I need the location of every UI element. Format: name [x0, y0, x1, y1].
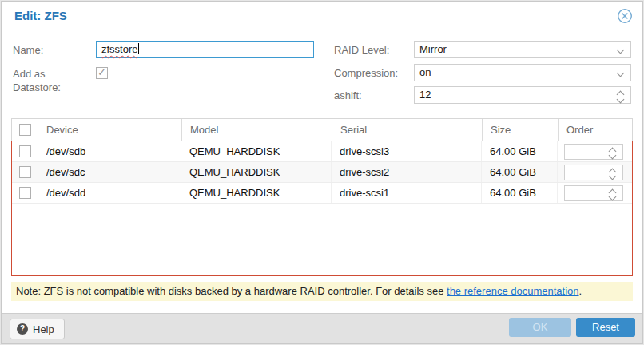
dialog-titlebar: Edit: ZFS: [2, 2, 642, 30]
name-input-value: zfsstore: [101, 43, 138, 55]
column-header-serial[interactable]: Serial: [332, 119, 483, 141]
serial-cell: drive-scsi3: [332, 141, 482, 161]
ashift-spinner[interactable]: 12: [414, 86, 631, 104]
header-checkbox-cell: [12, 119, 38, 141]
name-label: Name:: [13, 44, 43, 56]
column-header-device[interactable]: Device: [38, 119, 182, 141]
help-button-label: Help: [33, 323, 54, 335]
device-cell: /dev/sdb: [38, 141, 181, 161]
order-spinner[interactable]: [564, 165, 623, 180]
add-as-datastore-label: Add as Datastore:: [13, 67, 89, 94]
edit-zfs-dialog: Edit: ZFS Name: zfsstore Add as Datastor…: [0, 0, 644, 345]
help-icon: ?: [17, 323, 28, 335]
size-cell: 64.00 GiB: [482, 183, 558, 203]
dialog-title: Edit: ZFS: [14, 2, 67, 30]
spinner-down-icon[interactable]: [609, 172, 617, 180]
dialog-footer: ? Help OK Reset: [2, 313, 642, 343]
compression-value: on: [419, 66, 431, 78]
zfs-note: Note: ZFS is not compatible with disks b…: [11, 282, 633, 301]
row-checkbox-cell: [12, 162, 38, 182]
device-table: Device Model Serial Size Order /dev/sdb …: [11, 118, 633, 276]
chevron-down-icon[interactable]: [617, 69, 625, 77]
column-header-size[interactable]: Size: [483, 119, 559, 141]
model-cell: QEMU_HARDDISK: [181, 162, 332, 182]
raid-level-label: RAID Level:: [334, 44, 389, 56]
raid-level-value: Mirror: [419, 43, 447, 55]
row-checkbox-cell: [12, 141, 38, 161]
add-as-datastore-checkbox[interactable]: [96, 67, 108, 79]
model-cell: QEMU_HARDDISK: [181, 141, 332, 161]
device-table-body: /dev/sdb QEMU_HARDDISK drive-scsi3 64.00…: [11, 141, 633, 276]
row-checkbox[interactable]: [19, 187, 31, 199]
size-cell: 64.00 GiB: [482, 141, 558, 161]
note-suffix: .: [579, 285, 582, 297]
column-header-order[interactable]: Order: [559, 119, 632, 141]
device-table-header: Device Model Serial Size Order: [11, 118, 633, 141]
column-header-model[interactable]: Model: [182, 119, 332, 141]
order-cell: [558, 183, 632, 203]
text-caret: [138, 43, 139, 54]
reference-documentation-link[interactable]: the reference documentation: [447, 285, 579, 297]
reset-button[interactable]: Reset: [576, 318, 635, 337]
order-spinner[interactable]: [564, 185, 623, 201]
compression-label: Compression:: [334, 67, 398, 79]
order-spinner[interactable]: [564, 144, 623, 160]
device-cell: /dev/sdd: [38, 183, 181, 203]
ashift-value: 12: [419, 89, 431, 101]
raid-level-combobox[interactable]: Mirror: [414, 41, 631, 58]
size-cell: 64.00 GiB: [482, 162, 558, 182]
spinner-down-icon[interactable]: [609, 193, 617, 201]
ashift-label: ashift:: [334, 89, 362, 101]
help-button[interactable]: ? Help: [10, 319, 65, 339]
spinner-down-icon[interactable]: [617, 96, 625, 104]
table-row[interactable]: /dev/sdd QEMU_HARDDISK drive-scsi1 64.00…: [12, 183, 632, 204]
close-icon[interactable]: [617, 8, 633, 24]
model-cell: QEMU_HARDDISK: [181, 183, 332, 203]
serial-cell: drive-scsi1: [332, 183, 482, 203]
select-all-checkbox[interactable]: [19, 124, 31, 136]
chevron-down-icon[interactable]: [617, 46, 625, 54]
row-checkbox-cell: [12, 183, 38, 203]
table-row[interactable]: /dev/sdc QEMU_HARDDISK drive-scsi2 64.00…: [12, 162, 632, 183]
order-cell: [558, 141, 632, 161]
spinner-down-icon[interactable]: [609, 152, 617, 160]
order-cell: [558, 162, 632, 182]
compression-combobox[interactable]: on: [414, 64, 631, 81]
name-input[interactable]: zfsstore: [96, 41, 314, 58]
table-row[interactable]: /dev/sdb QEMU_HARDDISK drive-scsi3 64.00…: [12, 141, 632, 162]
serial-cell: drive-scsi2: [332, 162, 482, 182]
row-checkbox[interactable]: [19, 145, 31, 157]
row-checkbox[interactable]: [19, 166, 31, 178]
device-cell: /dev/sdc: [38, 162, 181, 182]
ok-button[interactable]: OK: [509, 318, 571, 337]
note-text: Note: ZFS is not compatible with disks b…: [16, 285, 447, 297]
